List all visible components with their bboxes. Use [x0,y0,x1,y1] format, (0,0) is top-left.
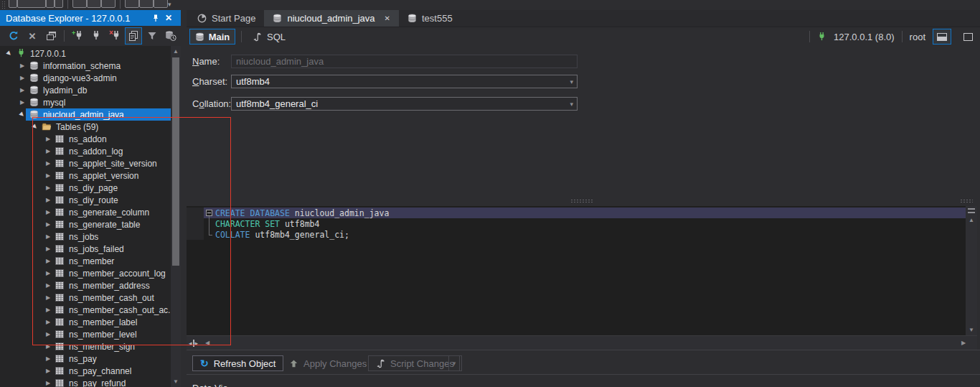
tab-test555[interactable]: test555 [399,10,461,27]
apply-changes-button[interactable]: Apply Changes [282,355,374,371]
tree-item-ns_member_label[interactable]: ▶ns_member_label [0,316,171,328]
tree-item-ns_member_sign[interactable]: ▶ns_member_sign [0,340,171,353]
expand-arrow-icon[interactable]: ▶ [43,136,53,142]
history-button[interactable] [162,27,179,45]
tree-item-ns_jobs_failed[interactable]: ▶ns_jobs_failed [0,243,171,255]
tree-item-information_schema[interactable]: ▶information_schema [0,60,171,72]
toolbar-icon[interactable] [46,0,55,8]
tree-item-ns_generate_column[interactable]: ▶ns_generate_column [0,206,171,218]
tree-item-ns_member_level[interactable]: ▶ns_member_level [0,328,171,340]
tree-item-ns_pay[interactable]: ▶ns_pay [0,353,171,365]
sql-editor[interactable]: CREATE DATABASE niucloud_admin_javaCHARA… [187,206,966,335]
tree-item-Tables (59)[interactable]: ▶Tables (59) [0,121,171,133]
splitter-grip[interactable] [570,199,593,203]
toolbar-icon[interactable] [55,0,63,8]
tree-item-ns_member_cash_out_ac...[interactable]: ▶ns_member_cash_out_ac... [0,304,171,316]
tree-item-ns_applet_site_version[interactable]: ▶ns_applet_site_version [0,157,171,169]
editor-hsplit-handle[interactable]: ◂▸ [189,340,198,347]
new-connection-button[interactable]: + [69,27,86,45]
expand-arrow-icon[interactable]: ▶ [43,221,53,228]
refresh-object-button[interactable]: ↻ Refresh Object [192,355,283,371]
close-tab-icon[interactable]: ✕ [385,14,390,22]
expand-arrow-icon[interactable]: ▶ [17,87,27,93]
expand-arrow-icon[interactable]: ▶ [43,270,53,276]
expand-arrow-icon[interactable]: ▶ [17,99,27,106]
tree-item-ns_addon[interactable]: ▶ns_addon [0,133,171,145]
expand-arrow-icon[interactable]: ▶ [43,355,53,362]
expand-arrow-icon[interactable]: ▶ [43,246,53,252]
expand-arrow-icon[interactable]: ▶ [43,160,53,167]
tree-item-django-vue3-admin[interactable]: ▶django-vue3-admin [0,72,171,84]
expand-arrow-icon[interactable]: ▶ [43,319,53,325]
connect-button[interactable] [88,27,105,45]
expand-arrow-icon[interactable]: ▶ [43,209,53,215]
tab-main[interactable]: Main [189,29,235,45]
expand-arrow-icon[interactable]: ▶ [4,47,15,59]
expand-arrow-icon[interactable]: ▶ [43,282,53,289]
expand-arrow-icon[interactable]: ▶ [43,343,53,350]
tab-Start Page[interactable]: Start Page [189,10,264,27]
horizontal-splitter[interactable] [187,195,980,206]
toolbar-icon[interactable] [9,0,17,8]
toolbar-icon[interactable] [139,0,154,8]
scrollbar-thumb[interactable] [172,57,179,266]
charset-select[interactable]: utf8mb4▾ [231,75,578,88]
chevron-down-icon[interactable]: ▾ [168,1,171,8]
tree-item-lyadmin_db[interactable]: ▶lyadmin_db [0,84,171,96]
expand-arrow-icon[interactable]: ▶ [43,148,53,154]
close-panel-icon[interactable]: ✕ [162,13,175,23]
toolbar-icon[interactable] [72,0,87,8]
layout-split-button[interactable] [933,29,951,45]
toolbar-icon[interactable] [101,0,116,8]
windows-button[interactable] [42,27,60,45]
tree-item-mysql[interactable]: ▶mysql [0,96,171,108]
tree-item-ns_jobs[interactable]: ▶ns_jobs [0,230,171,243]
toolbar-icon[interactable] [154,0,168,8]
expand-arrow-icon[interactable]: ▶ [43,368,53,374]
expand-arrow-icon[interactable]: ▶ [43,233,53,240]
scroll-right-icon[interactable]: ▶ [958,340,969,346]
scroll-left-icon[interactable]: ◀ [202,340,212,346]
tree-item-127.0.0.1[interactable]: ▶127.0.0.1 [0,47,171,60]
tree-scrollbar[interactable]: ▲ ▼ [171,46,181,387]
tree-item-ns_pay_refund[interactable]: ▶ns_pay_refund [0,377,171,387]
toolbar-icon[interactable] [87,0,101,8]
tree-item-ns_member_account_log[interactable]: ▶ns_member_account_log [0,267,171,279]
tree-item-ns_diy_route[interactable]: ▶ns_diy_route [0,194,171,206]
tree-item-niucloud_admin_java[interactable]: ▶niucloud_admin_java [0,108,171,121]
scroll-up-icon[interactable]: ▲ [966,215,977,225]
toolbar-icon[interactable] [125,0,139,8]
editor-split-handle[interactable] [968,208,975,213]
tree-item-ns_applet_version[interactable]: ▶ns_applet_version [0,169,171,182]
tree-item-ns_pay_channel[interactable]: ▶ns_pay_channel [0,365,171,377]
scroll-down-icon[interactable]: ▼ [171,377,181,386]
duplicate-objects-button[interactable] [125,27,142,45]
tree-item-ns_member_address[interactable]: ▶ns_member_address [0,279,171,292]
expand-arrow-icon[interactable]: ▶ [43,307,53,313]
tab-niucloud_admin_java[interactable]: niucloud_admin_java✕ [264,10,399,27]
expand-arrow-icon[interactable]: ▶ [43,172,53,179]
scroll-up-icon[interactable]: ▲ [171,47,181,56]
tree-item-ns_diy_page[interactable]: ▶ns_diy_page [0,182,171,194]
scroll-down-icon[interactable]: ▼ [966,325,977,335]
tree-item-ns_generate_table[interactable]: ▶ns_generate_table [0,218,171,230]
expand-arrow-icon[interactable]: ▶ [43,380,53,386]
stop-button[interactable]: ✕ [24,27,41,45]
expand-arrow-icon[interactable]: ▶ [17,75,27,81]
pin-icon[interactable] [149,14,162,22]
expand-arrow-icon[interactable]: ▶ [43,185,53,191]
expand-arrow-icon[interactable]: ▶ [43,294,53,301]
fold-open-icon[interactable] [204,208,215,218]
refresh-button[interactable] [5,27,22,45]
expand-arrow-icon[interactable]: ▶ [43,258,53,264]
expand-arrow-icon[interactable]: ▶ [29,121,41,132]
disconnect-button[interactable]: × [106,27,123,45]
editor-vertical-scrollbar[interactable]: ▲ ▼ [966,206,977,335]
tab-sql[interactable]: SQL [247,29,291,45]
expand-arrow-icon[interactable]: ▶ [43,331,53,337]
splitter-grip[interactable] [960,199,973,203]
collation-select[interactable]: utf8mb4_general_ci▾ [231,97,578,111]
editor-horizontal-scrollbar[interactable]: ◂▸ ◀ ▶ [187,335,977,350]
script-changes-dropdown[interactable]: ▾ [448,355,460,371]
tree-item-ns_member_cash_out[interactable]: ▶ns_member_cash_out [0,292,171,304]
